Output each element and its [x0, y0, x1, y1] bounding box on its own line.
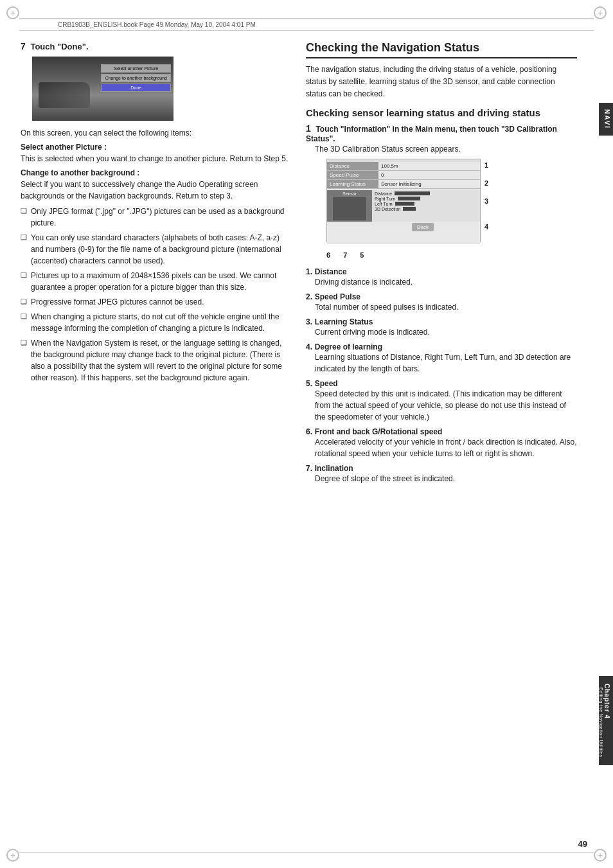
desc-5: 5. Speed Speed detected by this unit is … [306, 378, 577, 423]
desc-num: 6. [306, 427, 312, 436]
desc-2: 2. Speed Pulse Total number of speed pul… [306, 292, 577, 313]
desc-6: 6. Front and back G/Rotational speed Acc… [306, 427, 577, 459]
corner-bl [6, 849, 19, 862]
desc-num: 3. [306, 317, 312, 326]
bottom-bar [19, 852, 594, 853]
chapter-label: Chapter 4 [603, 684, 610, 757]
screenshot-box: Select another Picture Change to another… [32, 57, 173, 121]
list-item: When the Navigation System is reset, or … [21, 337, 290, 384]
section-desc: The navigation status, including the dri… [306, 64, 577, 101]
sub2-body: Select if you want to successively chang… [21, 179, 290, 202]
table-row: Speed Pulse 0 [327, 170, 480, 179]
bar-fill-distance [395, 191, 430, 195]
bar-fill-right [398, 197, 420, 200]
nav-label-4: 4 [484, 223, 488, 231]
chapter-sublabel: Editing the Navigation Utilities [599, 687, 603, 757]
desc-title: Distance [315, 267, 347, 276]
corner-tr [594, 6, 607, 19]
list-item: You can only use standard characters (al… [21, 232, 290, 267]
descriptions-area: 1. Distance Driving distance is indicate… [306, 267, 577, 484]
menu-item-select: Select another Picture [101, 64, 171, 73]
nav-label-1: 1 [484, 161, 488, 169]
desc-num: 7. [306, 464, 312, 473]
bullet-list: Only JPEG format (".jpg" or ".JPG") pict… [21, 206, 290, 384]
bar-label: 3D Detection [375, 207, 400, 211]
corner-tl [6, 6, 19, 19]
step7-number: 7 [21, 41, 26, 51]
desc-num: 2. [306, 292, 312, 301]
nav-label-3: 3 [484, 197, 488, 205]
bottom-num-5: 5 [360, 251, 364, 259]
desc-body: Current driving mode is indicated. [315, 326, 577, 338]
desc-title: Inclination [315, 464, 353, 473]
sensor-col: Sensor [327, 190, 372, 222]
step1-number: 1 [306, 123, 311, 134]
desc-title: Learning Status [315, 317, 373, 326]
desc-body: Speed detected by this unit is indicated… [315, 388, 577, 423]
menu-item-done: Done [101, 84, 171, 92]
screenshot-menu: Select another Picture Change to another… [101, 64, 171, 92]
sub-section-title: Checking sensor learning status and driv… [306, 107, 577, 118]
desc-num: 1. [306, 267, 312, 276]
bottom-num-7: 7 [343, 251, 347, 259]
sub1-body: This is selected when you want to change… [21, 153, 290, 164]
nav-screen: Distance 100.5m Speed Pulse 0 Learning S… [326, 159, 481, 242]
bar-label: Left Turn [375, 202, 393, 206]
step1-sub: The 3D Calibration Status screen appears… [315, 145, 577, 154]
desc-body: Driving distance is indicated. [315, 276, 577, 288]
bottom-numbers: 6 7 5 [326, 251, 577, 259]
menu-item-change: Change to another background [101, 74, 171, 82]
sub2-heading: Change to another background : [21, 168, 290, 177]
back-button[interactable]: Back [412, 223, 434, 231]
desc-title: Degree of learning [315, 342, 382, 351]
desc-1: 1. Distance Driving distance is indicate… [306, 267, 577, 288]
nav-row-label: Learning Status [327, 179, 378, 188]
desc-3: 3. Learning Status Current driving mode … [306, 317, 577, 338]
section-title: Checking the Navigation Status [306, 41, 577, 58]
bar-fill-3d [403, 207, 416, 211]
page-number: 49 [578, 839, 587, 849]
chapter-tab: Chapter 4 Editing the Navigation Utiliti… [599, 676, 613, 765]
bar-row-3d: 3D Detection [375, 207, 479, 211]
step7-heading: Touch "Done". [30, 42, 88, 51]
desc-body: Degree of slope of the street is indicat… [315, 473, 577, 484]
table-row: Learning Status Sensor Initializing [327, 179, 480, 188]
list-item: When changing a picture starts, do not c… [21, 311, 290, 334]
nav-table: Distance 100.5m Speed Pulse 0 Learning S… [327, 162, 480, 189]
sub1-heading: Select another Picture : [21, 143, 290, 152]
nav-screen-area: Distance 100.5m Speed Pulse 0 Learning S… [315, 159, 577, 259]
bottom-num-6: 6 [326, 251, 330, 259]
list-item: Pictures up to a maximum of 2048×1536 pi… [21, 270, 290, 293]
nav-num-labels: 1 2 3 4 [484, 159, 488, 231]
desc-7: 7. Inclination Degree of slope of the st… [306, 463, 577, 484]
desc-title: Speed [315, 379, 338, 388]
list-item: Only JPEG format (".jpg" or ".JPG") pict… [21, 206, 290, 229]
step1-text: Touch "Information" in the Main menu, th… [306, 125, 557, 143]
bar-label: Right Turn [375, 197, 395, 201]
bar-row-right: Right Turn [375, 197, 479, 201]
bar-label: Distance [375, 191, 392, 196]
bar-area: Sensor Distance Right Turn [327, 190, 480, 222]
desc-title: Speed Pulse [315, 292, 360, 301]
bar-data-col: Distance Right Turn Left Turn [372, 190, 480, 222]
screenshot-bg: Select another Picture Change to another… [32, 57, 173, 121]
desc-num: 5. [306, 379, 312, 388]
list-item: Progressive format JPEG pictures cannot … [21, 296, 290, 308]
desc-num: 4. [306, 342, 312, 351]
nav-row-label: Speed Pulse [327, 170, 378, 179]
table-row: Distance 100.5m [327, 162, 480, 171]
nav-row-value: Sensor Initializing [378, 179, 480, 188]
desc-title: Front and back G/Rotational speed [315, 427, 443, 436]
bar-row-distance: Distance [375, 191, 479, 196]
right-column: Checking the Navigation Status The navig… [306, 41, 592, 488]
desc-body: Total number of speed pulses is indicate… [315, 301, 577, 313]
left-column: 7 Touch "Done". Select another Picture C… [21, 41, 290, 488]
on-screen-text: On this screen, you can select the follo… [21, 127, 290, 139]
bar-row-left: Left Turn [375, 202, 479, 206]
nav-row-value: 100.5m [378, 162, 480, 171]
desc-body: Learning situations of Distance, Right T… [315, 351, 577, 375]
desc-4: 4. Degree of learning Learning situation… [306, 342, 577, 375]
nav-label-2: 2 [484, 179, 488, 187]
nav-row-value: 0 [378, 170, 480, 179]
navi-tab: NAVI [599, 103, 613, 136]
